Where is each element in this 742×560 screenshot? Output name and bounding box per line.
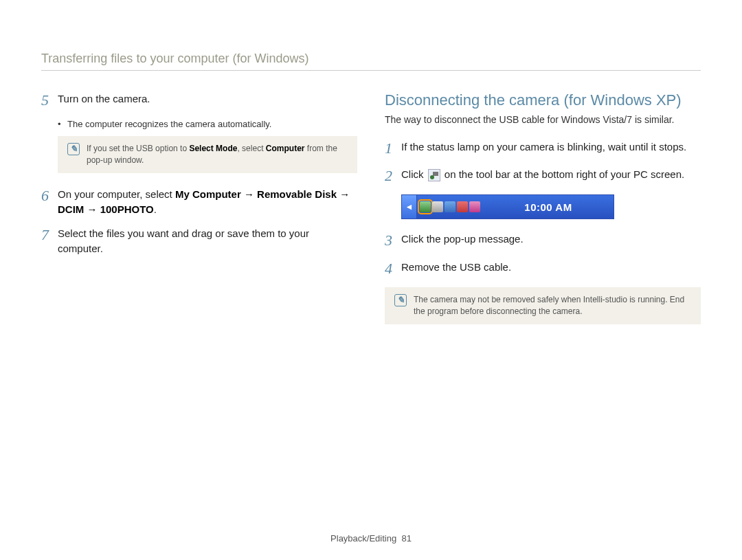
- content-columns: 5 Turn on the camera. The computer recog…: [41, 91, 701, 338]
- footer-section: Playback/Editing: [330, 533, 396, 544]
- step-text: If the status lamp on your camera is bli…: [401, 139, 701, 155]
- tray-icon: [432, 201, 443, 212]
- tray-volume-icon: [457, 201, 468, 212]
- page-header: Transferring files to your computer (for…: [41, 52, 701, 71]
- tray-icon: [469, 201, 480, 212]
- step-number: 7: [41, 226, 58, 244]
- step-text: Click the pop-up message.: [401, 232, 701, 247]
- step-5-bullets: The computer recognizes the camera autom…: [58, 119, 357, 129]
- section-heading: Disconnecting the camera (for Windows XP…: [385, 91, 701, 109]
- step-1: 1 If the status lamp on your camera is b…: [385, 139, 701, 157]
- step-number: 3: [385, 232, 401, 249]
- step-number: 6: [41, 187, 58, 205]
- note-icon: ✎: [67, 143, 80, 155]
- windows-xp-taskbar-screenshot: ◄ 10:00 AM: [401, 194, 614, 219]
- tray-icon: [445, 201, 456, 212]
- safely-remove-hardware-icon: [428, 169, 440, 181]
- left-column: 5 Turn on the camera. The computer recog…: [41, 91, 357, 338]
- note-text-part: If you set the USB option to: [87, 144, 189, 153]
- step-4: 4 Remove the USB cable.: [385, 260, 701, 278]
- note-box-usb-option: ✎ If you set the USB option to Select Mo…: [58, 136, 357, 173]
- step-text: Remove the USB cable.: [401, 260, 701, 275]
- note-icon: ✎: [394, 294, 407, 306]
- step-text: Click on the tool bar at the bottom righ…: [401, 167, 701, 182]
- safely-remove-hardware-tray-icon: [420, 201, 431, 212]
- step-number: 5: [41, 91, 58, 109]
- note-bold: Computer: [266, 144, 305, 153]
- note-bold: Select Mode: [189, 144, 237, 153]
- page-footer: Playback/Editing 81: [0, 533, 742, 544]
- step-5: 5 Turn on the camera.: [41, 91, 357, 109]
- step-3: 3 Click the pop-up message.: [385, 232, 701, 249]
- step-text-part: Click: [401, 168, 427, 180]
- step-7: 7 Select the files you want and drag or …: [41, 226, 357, 256]
- right-column: Disconnecting the camera (for Windows XP…: [385, 91, 701, 338]
- note-box-intelli-studio: ✎ The camera may not be removed safely w…: [385, 287, 701, 324]
- bullet-item: The computer recognizes the camera autom…: [58, 119, 357, 129]
- note-text-part: , select: [237, 144, 265, 153]
- step-text: On your computer, select My Computer → R…: [58, 187, 357, 217]
- step-text-part: on the tool bar at the bottom right of y…: [442, 168, 685, 180]
- step-number: 1: [385, 139, 401, 157]
- taskbar-expand-chevron-icon: ◄: [402, 195, 417, 219]
- step-2: 2 Click on the tool bar at the bottom ri…: [385, 167, 701, 185]
- step-text-part: On your computer, select: [58, 188, 175, 200]
- note-text: If you set the USB option to Select Mode…: [87, 143, 348, 166]
- step-6: 6 On your computer, select My Computer →…: [41, 187, 357, 217]
- section-subtext: The way to disconnect the USB cable for …: [385, 113, 701, 127]
- note-text: The camera may not be removed safely whe…: [414, 294, 691, 317]
- step-text-part: .: [154, 203, 157, 215]
- footer-page-number: 81: [401, 533, 411, 544]
- step-text: Turn on the camera.: [58, 91, 357, 107]
- step-text: Select the files you want and drag or sa…: [58, 226, 357, 256]
- taskbar-clock: 10:00 AM: [483, 195, 614, 219]
- step-number: 2: [385, 167, 401, 185]
- taskbar-tray-icons: [417, 195, 483, 219]
- step-number: 4: [385, 260, 401, 278]
